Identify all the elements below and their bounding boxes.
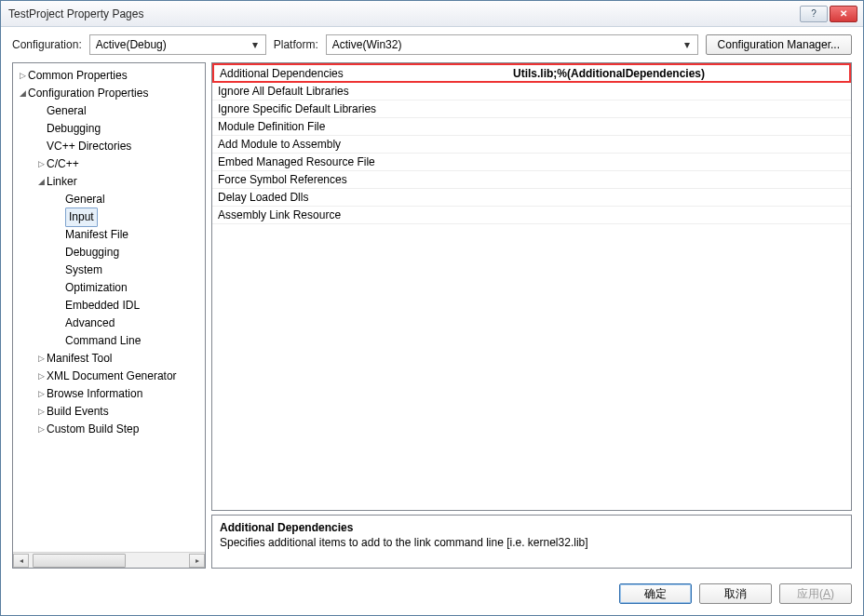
tree-horizontal-scrollbar[interactable]: ◂ ▸: [13, 552, 205, 568]
footer: 确定 取消 应用(A): [1, 576, 863, 615]
property-row[interactable]: Ignore Specific Default Libraries: [212, 100, 851, 118]
tree-label: XML Document Generator: [47, 368, 177, 385]
tree-node-linker-general[interactable]: General: [13, 191, 205, 208]
tree-node-manifest-tool[interactable]: ▷Manifest Tool: [13, 350, 205, 368]
chevron-down-icon: ▾: [681, 38, 694, 51]
ok-button[interactable]: 确定: [619, 583, 692, 604]
property-name: Module Definition File: [212, 120, 506, 133]
expander-collapsed-icon[interactable]: ▷: [35, 403, 47, 421]
configuration-label: Configuration:: [12, 38, 82, 51]
property-row[interactable]: Embed Managed Resource File: [212, 154, 851, 171]
expander-collapsed-icon[interactable]: ▷: [35, 421, 47, 438]
scroll-thumb[interactable]: [33, 554, 126, 568]
tree-node-build-events[interactable]: ▷Build Events: [13, 403, 205, 421]
property-row[interactable]: Assembly Link Resource: [212, 207, 851, 224]
tree-label: Common Properties: [28, 67, 128, 85]
tree-node-configuration-properties[interactable]: ◢Configuration Properties: [13, 85, 205, 102]
tree-node-linker-input[interactable]: Input: [13, 208, 205, 226]
property-row[interactable]: Ignore All Default Libraries: [212, 83, 851, 100]
tree-label: Command Line: [65, 332, 141, 350]
tree-label: Input: [65, 208, 98, 227]
tree-label: Advanced: [65, 315, 115, 332]
tree-label: Custom Build Step: [47, 421, 139, 438]
tree-node-linker-command-line[interactable]: Command Line: [13, 332, 205, 350]
tree-node-xml-doc-generator[interactable]: ▷XML Document Generator: [13, 368, 205, 385]
tree-node-custom-build-step[interactable]: ▷Custom Build Step: [13, 421, 205, 438]
body: ▷Common Properties ◢Configuration Proper…: [1, 62, 863, 576]
configuration-combo[interactable]: Active(Debug) ▾: [89, 34, 266, 55]
cancel-label: 取消: [724, 586, 747, 602]
tree-label: Manifest Tool: [47, 350, 112, 368]
property-name: Ignore All Default Libraries: [212, 85, 506, 98]
tree-label: VC++ Directories: [47, 138, 131, 155]
tree-panel: ▷Common Properties ◢Configuration Proper…: [12, 62, 206, 569]
configuration-manager-label: Configuration Manager...: [718, 38, 840, 51]
description-text: Specifies additional items to add to the…: [220, 536, 844, 549]
property-row[interactable]: Force Symbol References: [212, 171, 851, 189]
expander-collapsed-icon[interactable]: ▷: [17, 67, 28, 85]
tree-label: General: [47, 102, 87, 120]
tree-node-linker-advanced[interactable]: Advanced: [13, 315, 205, 332]
description-panel: Additional Dependencies Specifies additi…: [211, 515, 852, 569]
expander-expanded-icon[interactable]: ◢: [17, 85, 28, 102]
apply-button[interactable]: 应用(A): [779, 583, 852, 604]
tree-node-debugging[interactable]: Debugging: [13, 120, 205, 138]
config-toolbar: Configuration: Active(Debug) ▾ Platform:…: [1, 27, 863, 62]
platform-value: Active(Win32): [332, 38, 675, 51]
configuration-manager-button[interactable]: Configuration Manager...: [706, 34, 852, 55]
property-row[interactable]: Add Module to Assembly: [212, 136, 851, 154]
property-name: Add Module to Assembly: [212, 138, 506, 151]
tree-label: Configuration Properties: [28, 85, 148, 102]
property-name: Ignore Specific Default Libraries: [212, 102, 506, 115]
property-row[interactable]: Delay Loaded Dlls: [212, 189, 851, 207]
titlebar: TestProject Property Pages ? ✕: [1, 1, 863, 27]
scroll-track[interactable]: [29, 554, 189, 568]
description-title: Additional Dependencies: [220, 521, 844, 534]
tree-node-vcpp-directories[interactable]: VC++ Directories: [13, 138, 205, 155]
expander-collapsed-icon[interactable]: ▷: [35, 155, 47, 173]
help-button[interactable]: ?: [800, 6, 828, 22]
property-row[interactable]: Module Definition File: [212, 118, 851, 136]
tree-node-browse-information[interactable]: ▷Browse Information: [13, 385, 205, 403]
close-button[interactable]: ✕: [830, 6, 857, 22]
tree-node-linker-optimization[interactable]: Optimization: [13, 279, 205, 297]
expander-expanded-icon[interactable]: ◢: [35, 173, 47, 191]
ok-label: 确定: [644, 586, 667, 602]
property-name: Force Symbol References: [212, 173, 506, 186]
cancel-button[interactable]: 取消: [699, 583, 772, 604]
expander-collapsed-icon[interactable]: ▷: [35, 385, 47, 403]
tree-label: C/C++: [47, 155, 79, 173]
property-row-additional-dependencies[interactable]: Additional Dependencies Utils.lib;%(Addi…: [212, 63, 851, 83]
property-name: Embed Managed Resource File: [212, 155, 506, 168]
tree-label: Debugging: [47, 120, 101, 138]
tree-label: General: [65, 191, 105, 208]
right-pane: Additional Dependencies Utils.lib;%(Addi…: [211, 62, 852, 569]
tree-label: Build Events: [47, 403, 109, 421]
scroll-right-icon[interactable]: ▸: [189, 554, 205, 568]
property-name: Additional Dependencies: [214, 67, 507, 80]
tree-node-general[interactable]: General: [13, 102, 205, 120]
property-name: Delay Loaded Dlls: [212, 191, 506, 204]
platform-combo[interactable]: Active(Win32) ▾: [326, 34, 698, 55]
property-value[interactable]: Utils.lib;%(AdditionalDependencies): [507, 67, 849, 80]
property-grid[interactable]: Additional Dependencies Utils.lib;%(Addi…: [211, 62, 852, 511]
tree-label: Manifest File: [65, 226, 128, 244]
tree-node-linker-manifest-file[interactable]: Manifest File: [13, 226, 205, 244]
expander-collapsed-icon[interactable]: ▷: [35, 368, 47, 385]
tree-label: Linker: [47, 173, 77, 191]
configuration-value: Active(Debug): [96, 38, 243, 51]
tree[interactable]: ▷Common Properties ◢Configuration Proper…: [13, 63, 205, 552]
tree-node-linker-system[interactable]: System: [13, 261, 205, 279]
tree-label: Optimization: [65, 279, 128, 297]
property-name: Assembly Link Resource: [212, 208, 506, 221]
tree-node-linker[interactable]: ◢Linker: [13, 173, 205, 191]
chevron-down-icon: ▾: [249, 38, 262, 51]
tree-node-linker-debugging[interactable]: Debugging: [13, 244, 205, 261]
expander-collapsed-icon[interactable]: ▷: [35, 350, 47, 368]
tree-node-linker-embedded-idl[interactable]: Embedded IDL: [13, 297, 205, 315]
platform-label: Platform:: [274, 38, 318, 51]
tree-node-ccpp[interactable]: ▷C/C++: [13, 155, 205, 173]
scroll-left-icon[interactable]: ◂: [13, 554, 29, 568]
tree-node-common-properties[interactable]: ▷Common Properties: [13, 67, 205, 85]
window-title: TestProject Property Pages: [8, 7, 800, 20]
